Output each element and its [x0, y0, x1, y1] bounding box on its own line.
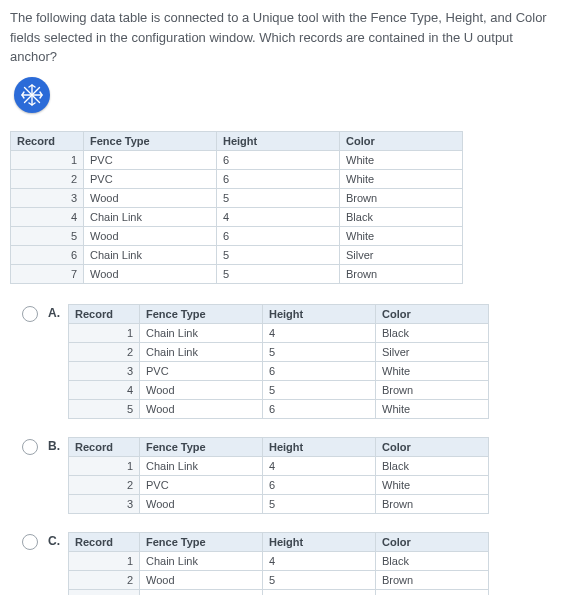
col-record: Record: [69, 532, 140, 551]
option-label-b: B.: [48, 439, 60, 453]
radio-c[interactable]: [22, 534, 38, 550]
table-row: 1Chain Link4Black: [69, 456, 489, 475]
unique-tool-icon: [14, 77, 50, 113]
table-row: 1Chain Link4Black: [69, 551, 489, 570]
question-text: The following data table is connected to…: [10, 8, 562, 67]
col-height: Height: [263, 304, 376, 323]
col-fence-type: Fence Type: [140, 304, 263, 323]
col-color: Color: [376, 532, 489, 551]
answer-option-b[interactable]: B. Record Fence Type Height Color 1Chain…: [22, 437, 562, 514]
answer-option-c[interactable]: C. Record Fence Type Height Color 1Chain…: [22, 532, 562, 596]
table-row: 1PVC6White: [11, 150, 463, 169]
table-row: 2PVC6White: [11, 169, 463, 188]
col-record: Record: [69, 304, 140, 323]
radio-a[interactable]: [22, 306, 38, 322]
col-fence-type: Fence Type: [84, 131, 217, 150]
option-label-a: A.: [48, 306, 60, 320]
radio-b[interactable]: [22, 439, 38, 455]
col-height: Height: [217, 131, 340, 150]
table-row: 5Wood6White: [11, 226, 463, 245]
col-fence-type: Fence Type: [140, 437, 263, 456]
table-row: 3Wood5Brown: [11, 188, 463, 207]
table-row: 3Wood5Brown: [69, 494, 489, 513]
col-color: Color: [340, 131, 463, 150]
table-row: 7Wood5Brown: [11, 264, 463, 283]
table-row: 4Wood5Brown: [69, 380, 489, 399]
col-record: Record: [11, 131, 84, 150]
option-a-table: Record Fence Type Height Color 1Chain Li…: [68, 304, 489, 419]
table-row: 3PVC6White: [69, 361, 489, 380]
table-row: 2Chain Link5Silver: [69, 342, 489, 361]
col-height: Height: [263, 532, 376, 551]
table-row: 4Chain Link4Black: [11, 207, 463, 226]
table-row: 2PVC6White: [69, 475, 489, 494]
col-record: Record: [69, 437, 140, 456]
col-color: Color: [376, 304, 489, 323]
table-row: 2Wood5Brown: [69, 570, 489, 589]
table-row: 1Chain Link4Black: [69, 323, 489, 342]
col-fence-type: Fence Type: [140, 532, 263, 551]
table-row: 6Chain Link5Silver: [11, 245, 463, 264]
col-height: Height: [263, 437, 376, 456]
table-row: 5Wood6White: [69, 399, 489, 418]
option-c-table: Record Fence Type Height Color 1Chain Li…: [68, 532, 489, 596]
option-label-c: C.: [48, 534, 60, 548]
col-color: Color: [376, 437, 489, 456]
answer-option-a[interactable]: A. Record Fence Type Height Color 1Chain…: [22, 304, 562, 419]
option-b-table: Record Fence Type Height Color 1Chain Li…: [68, 437, 489, 514]
table-row: 3Chain Link5Silver: [69, 589, 489, 595]
source-data-table: Record Fence Type Height Color 1PVC6Whit…: [10, 131, 463, 284]
